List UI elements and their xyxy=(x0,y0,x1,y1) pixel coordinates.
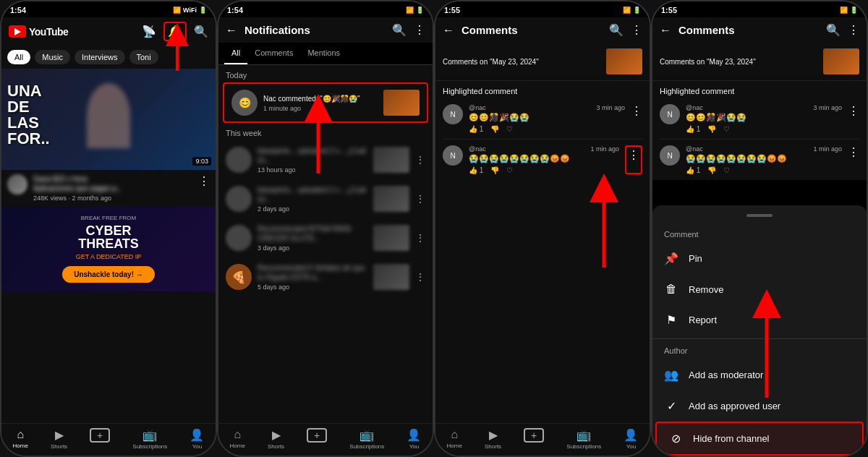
notif-more-4[interactable]: ⋮ xyxy=(415,271,425,283)
menu-remove[interactable]: 🗑 Remove xyxy=(652,274,867,304)
comment-text-4-1: 😊😊🎊🎉😭😭 xyxy=(686,113,842,122)
ad-cta-button[interactable]: Unshackle today! → xyxy=(62,266,155,283)
highlighted-notification[interactable]: 😊 Nac commented: "😊🎉🎊😭" 1 minute ago xyxy=(223,82,428,123)
nav-shorts[interactable]: ▶ Shorts xyxy=(51,428,67,450)
notif-item-4[interactable]: 🍕 Recommended 5 Señales de que tu Hígado… xyxy=(218,257,433,296)
comment-actions-4-2: 👍 1 👎 ♡ xyxy=(686,166,842,174)
nav-you-3[interactable]: 👤 You xyxy=(624,428,638,450)
nav-home-label-2: Home xyxy=(230,443,245,449)
nav-home-2[interactable]: ⌂ Home xyxy=(230,428,245,450)
more-button-3[interactable]: ⋮ xyxy=(631,23,642,37)
notif-text-4: Recommended 5 Señales de que tu Hígado E… xyxy=(258,263,367,282)
like-button-1[interactable]: 👍 1 xyxy=(469,125,483,133)
heart-button-4-1[interactable]: ♡ xyxy=(723,125,730,133)
notif-more-3[interactable]: ⋮ xyxy=(415,232,425,244)
notif-time-4: 5 days ago xyxy=(258,283,367,291)
ad-banner[interactable]: BREAK FREE FROM CYBERTHREATS GET A DEDIC… xyxy=(1,206,216,291)
tab-all[interactable]: All xyxy=(224,43,247,64)
video-more-button[interactable]: ⋮ xyxy=(198,174,210,202)
nav-create-2[interactable]: + xyxy=(307,428,327,450)
notif-item-3[interactable]: Recommended R/TNA PARA CRECER GLUTE... 3… xyxy=(218,218,433,257)
heart-button-4-2[interactable]: ♡ xyxy=(723,166,730,174)
back-button[interactable]: ← xyxy=(226,24,237,37)
comment-author-row-2: @nac 1 min ago xyxy=(469,145,619,153)
nav-subscriptions-3[interactable]: 📺 Subscriptions xyxy=(566,428,601,450)
video-figure xyxy=(87,83,130,148)
notif-item-2[interactable]: baseperto... uploaded 2 v... ¿Cuál es...… xyxy=(218,179,433,218)
search-button-4[interactable]: 🔍 xyxy=(826,23,841,37)
cast-button[interactable]: 📡 xyxy=(142,25,156,38)
moderator-icon: 👥 xyxy=(664,368,678,382)
main-video-thumbnail[interactable]: UNADELASFOR.. 9:03 xyxy=(1,69,216,170)
more-button-2[interactable]: ⋮ xyxy=(414,23,425,37)
more-button-4[interactable]: ⋮ xyxy=(848,23,859,37)
comment-body-4-2: @nac 1 min ago 😭😭😭😭😭😭😭😭😡😡 👍 1 👎 ♡ xyxy=(686,145,842,174)
status-bar-2: 1:54 📶 🔋 xyxy=(218,1,433,17)
nav-you-label-3: You xyxy=(626,443,637,450)
chips-bar: All Music Interviews Toni xyxy=(1,46,216,69)
dislike-button-4-2[interactable]: 👎 xyxy=(707,166,716,174)
tab-comments[interactable]: Comments xyxy=(247,43,300,64)
notif-more-1[interactable]: ⋮ xyxy=(415,154,425,166)
chip-music[interactable]: Music xyxy=(35,50,70,64)
nav-you-2[interactable]: 👤 You xyxy=(407,428,421,450)
youtube-header: YouTube 📡 🔔 🔍 xyxy=(1,17,216,46)
menu-add-approved[interactable]: ✓ Add as approved user xyxy=(652,390,867,422)
search-button-2[interactable]: 🔍 xyxy=(392,23,407,37)
search-button[interactable]: 🔍 xyxy=(194,25,208,38)
notif-more-2[interactable]: ⋮ xyxy=(415,193,425,205)
phone-4: 1:55 📶 🔋 ← Comments 🔍 ⋮ Comments on "May… xyxy=(651,0,868,457)
more-4-2[interactable]: ⋮ xyxy=(848,145,859,174)
menu-pin[interactable]: 📌 Pin xyxy=(652,243,867,274)
chip-toni[interactable]: Toni xyxy=(129,50,158,64)
nav-shorts-3[interactable]: ▶ Shorts xyxy=(485,428,501,450)
nav-create-3[interactable]: + xyxy=(524,428,544,450)
home-icon-2: ⌂ xyxy=(234,428,241,441)
like-button-4-2[interactable]: 👍 1 xyxy=(686,166,700,174)
tab-mentions[interactable]: Mentions xyxy=(300,43,347,64)
comment-video-thumb xyxy=(606,48,642,74)
dislike-button-2[interactable]: 👎 xyxy=(490,166,499,174)
chip-all[interactable]: All xyxy=(7,50,30,64)
more-4-1[interactable]: ⋮ xyxy=(848,104,859,133)
notif-avatar-3 xyxy=(226,225,252,251)
nav-subscriptions-2[interactable]: 📺 Subscriptions xyxy=(349,428,384,450)
nav-home[interactable]: ⌂ Home xyxy=(13,428,28,450)
menu-add-moderator[interactable]: 👥 Add as moderator xyxy=(652,359,867,390)
comment-more-1[interactable]: ⋮ xyxy=(631,104,642,133)
pin-label: Pin xyxy=(689,253,702,264)
heart-button-1[interactable]: ♡ xyxy=(506,125,513,133)
nav-create[interactable]: + xyxy=(90,428,110,450)
menu-section-comment: Comment xyxy=(652,226,867,243)
notif-time-nac: 1 minute ago xyxy=(263,105,378,112)
nav-subscriptions-label: Subscriptions xyxy=(132,443,167,450)
comments-header: ← Comments 🔍 ⋮ xyxy=(435,17,650,43)
chip-interviews[interactable]: Interviews xyxy=(75,50,125,64)
back-button-4[interactable]: ← xyxy=(660,24,671,37)
nav-subscriptions[interactable]: 📺 Subscriptions xyxy=(132,428,167,450)
like-button-4-1[interactable]: 👍 1 xyxy=(686,125,700,133)
dislike-button-4-1[interactable]: 👎 xyxy=(707,125,716,133)
back-button-3[interactable]: ← xyxy=(443,24,454,37)
heart-button-2[interactable]: ♡ xyxy=(506,166,513,174)
notif-thumb-2 xyxy=(373,186,409,212)
like-button-2[interactable]: 👍 1 xyxy=(469,166,483,174)
nav-home-3[interactable]: ⌂ Home xyxy=(447,428,462,450)
comment-actions-4-1: 👍 1 👎 ♡ xyxy=(686,125,842,133)
menu-hide-from-channel[interactable]: ⊘ Hide from channel xyxy=(655,422,864,456)
menu-report[interactable]: ⚑ Report xyxy=(652,304,867,336)
nav-you[interactable]: 👤 You xyxy=(190,428,204,450)
approved-icon: ✓ xyxy=(664,399,678,413)
notifications-bell-button[interactable]: 🔔 xyxy=(163,22,187,41)
notif-item-1[interactable]: baseperto... uploaded 2 v... ¿Cuál es...… xyxy=(218,140,433,179)
nav-home-label-3: Home xyxy=(447,443,462,449)
nav-shorts-2[interactable]: ▶ Shorts xyxy=(268,428,284,450)
notif-avatar-4: 🍕 xyxy=(226,264,252,290)
screen-4: ← Comments 🔍 ⋮ Comments on "May 23, 2024… xyxy=(652,17,867,456)
status-icons-3: 📶 🔋 xyxy=(623,7,641,14)
dislike-button-1[interactable]: 👎 xyxy=(490,125,499,133)
search-button-3[interactable]: 🔍 xyxy=(609,23,624,37)
hide-from-channel-label: Hide from channel xyxy=(693,433,770,444)
comment-more-highlighted[interactable]: ⋮ xyxy=(625,145,642,174)
comment-time-2: 1 min ago xyxy=(590,145,619,153)
